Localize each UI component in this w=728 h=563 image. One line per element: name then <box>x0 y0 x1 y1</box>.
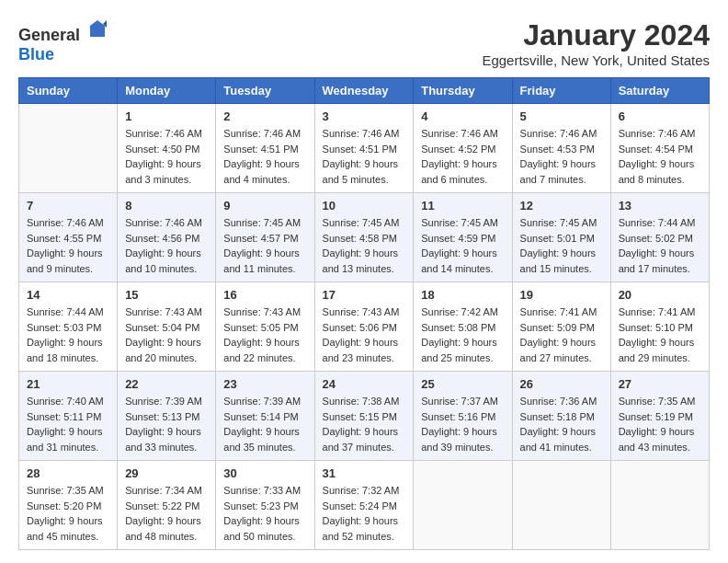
page-header: General Blue January 2024 Eggertsville, … <box>18 18 710 68</box>
calendar-week-5: 28 Sunrise: 7:35 AM Sunset: 5:20 PM Dayl… <box>19 461 710 550</box>
calendar-cell: 20 Sunrise: 7:41 AM Sunset: 5:10 PM Dayl… <box>610 282 709 372</box>
day-number: 7 <box>27 199 109 213</box>
daylight: Daylight: 9 hours and 11 minutes. <box>223 247 300 274</box>
sunrise: Sunrise: 7:37 AM <box>421 396 498 407</box>
sunrise: Sunrise: 7:41 AM <box>520 306 597 317</box>
day-info: Sunrise: 7:33 AM Sunset: 5:23 PM Dayligh… <box>223 483 306 544</box>
daylight: Daylight: 9 hours and 43 minutes. <box>619 426 695 453</box>
day-number: 28 <box>27 466 109 480</box>
calendar-cell: 9 Sunrise: 7:45 AM Sunset: 4:57 PM Dayli… <box>216 193 314 282</box>
day-info: Sunrise: 7:38 AM Sunset: 5:15 PM Dayligh… <box>323 394 406 454</box>
main-title: January 2024 <box>482 18 710 52</box>
sunset: Sunset: 4:56 PM <box>125 233 199 244</box>
sunrise: Sunrise: 7:35 AM <box>27 485 104 496</box>
daylight: Daylight: 9 hours and 52 minutes. <box>323 515 399 542</box>
calendar-cell: 30 Sunrise: 7:33 AM Sunset: 5:23 PM Dayl… <box>216 461 314 550</box>
header-day-wednesday: Wednesday <box>314 78 414 104</box>
sunrise: Sunrise: 7:46 AM <box>323 128 400 139</box>
sunset: Sunset: 4:57 PM <box>223 233 298 244</box>
sunset: Sunset: 5:10 PM <box>619 322 693 333</box>
day-info: Sunrise: 7:36 AM Sunset: 5:18 PM Dayligh… <box>520 394 603 454</box>
day-number: 9 <box>223 199 306 213</box>
day-info: Sunrise: 7:46 AM Sunset: 4:55 PM Dayligh… <box>27 215 109 276</box>
calendar-week-2: 7 Sunrise: 7:46 AM Sunset: 4:55 PM Dayli… <box>19 193 710 282</box>
daylight: Daylight: 9 hours and 4 minutes. <box>223 158 300 185</box>
day-number: 20 <box>619 288 701 302</box>
day-info: Sunrise: 7:45 AM Sunset: 4:59 PM Dayligh… <box>421 215 504 276</box>
daylight: Daylight: 9 hours and 45 minutes. <box>27 515 103 542</box>
day-number: 22 <box>125 377 208 391</box>
daylight: Daylight: 9 hours and 8 minutes. <box>619 158 695 185</box>
calendar-cell: 11 Sunrise: 7:45 AM Sunset: 4:59 PM Dayl… <box>414 193 512 282</box>
day-number: 13 <box>619 199 701 213</box>
daylight: Daylight: 9 hours and 13 minutes. <box>323 247 399 274</box>
sunset: Sunset: 5:08 PM <box>421 322 495 333</box>
sunset: Sunset: 4:59 PM <box>421 233 495 244</box>
sunset: Sunset: 5:14 PM <box>223 411 298 422</box>
sunrise: Sunrise: 7:45 AM <box>223 217 301 228</box>
sunrise: Sunrise: 7:43 AM <box>323 306 400 317</box>
day-number: 21 <box>27 377 109 391</box>
daylight: Daylight: 9 hours and 10 minutes. <box>125 247 201 274</box>
day-number: 4 <box>421 109 504 123</box>
calendar-week-4: 21 Sunrise: 7:40 AM Sunset: 5:11 PM Dayl… <box>19 372 710 461</box>
sunset: Sunset: 4:51 PM <box>223 144 298 155</box>
daylight: Daylight: 9 hours and 7 minutes. <box>520 158 597 185</box>
day-info: Sunrise: 7:39 AM Sunset: 5:14 PM Dayligh… <box>223 394 306 454</box>
sunrise: Sunrise: 7:41 AM <box>619 306 696 317</box>
sunset: Sunset: 4:58 PM <box>323 233 397 244</box>
day-info: Sunrise: 7:46 AM Sunset: 4:54 PM Dayligh… <box>619 126 701 187</box>
day-info: Sunrise: 7:43 AM Sunset: 5:06 PM Dayligh… <box>323 304 406 365</box>
day-info: Sunrise: 7:45 AM Sunset: 4:58 PM Dayligh… <box>323 215 406 276</box>
daylight: Daylight: 9 hours and 37 minutes. <box>323 426 399 453</box>
day-number: 3 <box>323 109 406 123</box>
sunrise: Sunrise: 7:42 AM <box>421 306 498 317</box>
sunset: Sunset: 5:13 PM <box>125 411 199 422</box>
daylight: Daylight: 9 hours and 39 minutes. <box>421 426 497 453</box>
sunset: Sunset: 5:16 PM <box>421 411 495 422</box>
sunset: Sunset: 5:18 PM <box>520 411 595 422</box>
sunset: Sunset: 5:01 PM <box>520 233 595 244</box>
daylight: Daylight: 9 hours and 31 minutes. <box>27 426 103 453</box>
day-number: 6 <box>619 109 701 123</box>
calendar-cell <box>19 104 118 193</box>
daylight: Daylight: 9 hours and 6 minutes. <box>421 158 497 185</box>
header-day-saturday: Saturday <box>610 78 709 104</box>
day-info: Sunrise: 7:40 AM Sunset: 5:11 PM Dayligh… <box>27 394 109 454</box>
day-info: Sunrise: 7:41 AM Sunset: 5:09 PM Dayligh… <box>520 304 603 365</box>
header-row: SundayMondayTuesdayWednesdayThursdayFrid… <box>19 78 710 104</box>
calendar-week-3: 14 Sunrise: 7:44 AM Sunset: 5:03 PM Dayl… <box>19 282 710 372</box>
sunrise: Sunrise: 7:46 AM <box>125 128 202 139</box>
day-number: 17 <box>323 288 406 302</box>
logo-icon <box>86 18 108 40</box>
calendar-cell <box>512 461 610 550</box>
day-info: Sunrise: 7:45 AM Sunset: 5:01 PM Dayligh… <box>520 215 603 276</box>
calendar-cell: 27 Sunrise: 7:35 AM Sunset: 5:19 PM Dayl… <box>610 372 709 461</box>
sunrise: Sunrise: 7:45 AM <box>323 217 400 228</box>
day-info: Sunrise: 7:39 AM Sunset: 5:13 PM Dayligh… <box>125 394 208 454</box>
sunrise: Sunrise: 7:34 AM <box>125 485 202 496</box>
day-number: 25 <box>421 377 504 391</box>
calendar-cell: 12 Sunrise: 7:45 AM Sunset: 5:01 PM Dayl… <box>512 193 610 282</box>
sunset: Sunset: 5:22 PM <box>125 500 199 511</box>
day-number: 15 <box>125 288 208 302</box>
day-info: Sunrise: 7:43 AM Sunset: 5:04 PM Dayligh… <box>125 304 208 365</box>
day-number: 30 <box>223 466 306 480</box>
daylight: Daylight: 9 hours and 22 minutes. <box>223 337 300 363</box>
sunset: Sunset: 5:05 PM <box>223 322 298 333</box>
day-number: 10 <box>323 199 406 213</box>
logo-blue: Blue <box>18 45 54 63</box>
day-info: Sunrise: 7:44 AM Sunset: 5:03 PM Dayligh… <box>27 304 109 365</box>
day-number: 5 <box>520 109 603 123</box>
sunrise: Sunrise: 7:39 AM <box>125 396 202 407</box>
calendar-cell: 23 Sunrise: 7:39 AM Sunset: 5:14 PM Dayl… <box>216 372 314 461</box>
day-number: 27 <box>619 377 701 391</box>
sunrise: Sunrise: 7:39 AM <box>223 396 301 407</box>
sunrise: Sunrise: 7:33 AM <box>223 485 301 496</box>
calendar-cell <box>610 461 709 550</box>
calendar-cell: 16 Sunrise: 7:43 AM Sunset: 5:05 PM Dayl… <box>216 282 314 372</box>
calendar-cell: 22 Sunrise: 7:39 AM Sunset: 5:13 PM Dayl… <box>118 372 216 461</box>
calendar-cell: 4 Sunrise: 7:46 AM Sunset: 4:52 PM Dayli… <box>414 104 512 193</box>
header-day-monday: Monday <box>118 78 216 104</box>
day-info: Sunrise: 7:46 AM Sunset: 4:50 PM Dayligh… <box>125 126 208 187</box>
